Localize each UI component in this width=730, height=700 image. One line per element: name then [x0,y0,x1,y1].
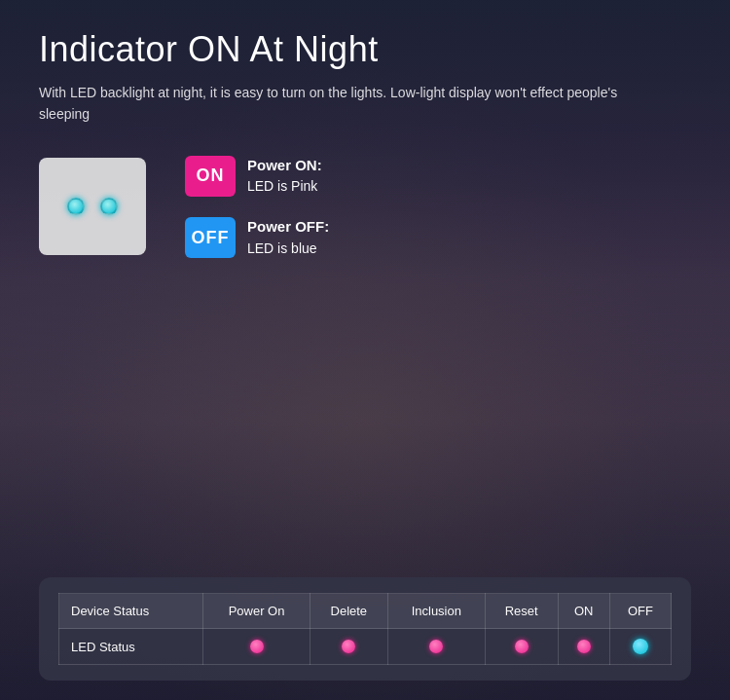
cell-on [558,629,609,665]
dot-inclusion [429,640,443,653]
led-dot-left [67,198,85,215]
off-label: Power OFF: [247,216,329,239]
on-badge: ON [185,156,236,197]
demo-section: ON Power ON: LED is Pink OFF Power OFF: … [39,155,691,259]
main-content: Indicator ON At Night With LED backlight… [0,0,730,308]
col-on: ON [558,594,609,629]
cell-delete [310,629,387,665]
led-status-table: Device Status Power On Delete Inclusion … [58,593,672,665]
on-indicator-text: Power ON: LED is Pink [247,155,322,198]
row-label: LED Status [59,629,203,665]
table-header-row: Device Status Power On Delete Inclusion … [59,594,672,629]
dot-delete [342,640,355,653]
indicator-on-row: ON Power ON: LED is Pink [185,155,329,198]
cell-inclusion [387,629,485,665]
table-section: Device Status Power On Delete Inclusion … [39,577,691,681]
switch-device-image [39,158,146,255]
cell-reset [485,629,558,665]
cell-off [609,629,671,665]
on-label: Power ON: [247,155,322,177]
off-description: LED is blue [247,239,329,259]
page-subtitle: With LED backlight at night, it is easy … [39,82,623,126]
dot-on [577,640,591,653]
on-description: LED is Pink [247,176,322,197]
col-power-on: Power On [203,594,310,629]
dot-reset [515,640,529,653]
off-badge: OFF [185,217,236,258]
dot-off [633,639,648,654]
cell-power-on [203,629,310,665]
col-reset: Reset [485,594,558,629]
dot-power-on [250,640,264,653]
col-delete: Delete [310,594,387,629]
led-dot-right [100,198,118,215]
col-off: OFF [609,594,671,629]
page-title: Indicator ON At Night [39,29,691,70]
col-inclusion: Inclusion [387,594,485,629]
col-device-status: Device Status [59,594,203,629]
indicator-off-row: OFF Power OFF: LED is blue [185,216,329,259]
indicator-list: ON Power ON: LED is Pink OFF Power OFF: … [185,155,329,259]
off-indicator-text: Power OFF: LED is blue [247,216,329,259]
table-row: LED Status [59,629,672,665]
